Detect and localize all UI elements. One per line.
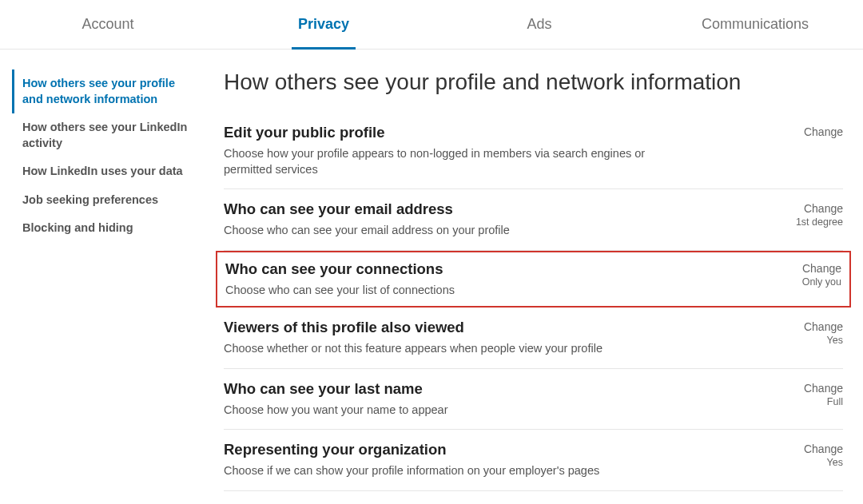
change-link[interactable]: Change <box>804 382 843 395</box>
setting-action: Change 1st degree <box>796 200 843 228</box>
setting-desc: Choose how your profile appears to non-l… <box>224 146 671 177</box>
setting-desc: Choose how you want your name to appear <box>224 403 448 419</box>
setting-visibility-off-linkedin[interactable]: Profile visibility off LinkedIn Choose h… <box>224 491 843 504</box>
setting-title: Edit your public profile <box>224 124 671 141</box>
sidebar-item-blocking[interactable]: Blocking and hiding <box>12 214 200 243</box>
setting-action: Change Yes <box>804 441 843 468</box>
setting-value: 1st degree <box>796 216 843 228</box>
tab-account[interactable]: Account <box>0 16 216 49</box>
setting-public-profile[interactable]: Edit your public profile Choose how your… <box>224 113 843 189</box>
setting-title: Representing your organization <box>224 441 599 458</box>
setting-text: Who can see your last name Choose how yo… <box>224 380 448 419</box>
sidebar-item-activity[interactable]: How others see your LinkedIn activity <box>12 113 200 157</box>
setting-action: Change Full <box>804 380 843 407</box>
setting-action: Change Yes <box>804 319 843 346</box>
setting-last-name[interactable]: Who can see your last name Choose how yo… <box>224 369 843 431</box>
setting-connections-visibility[interactable]: Who can see your connections Choose who … <box>216 251 851 308</box>
tab-ads[interactable]: Ads <box>432 16 647 49</box>
settings-tabs: Account Privacy Ads Communications <box>0 0 863 50</box>
setting-desc: Choose whether or not this feature appea… <box>224 341 603 357</box>
change-link[interactable]: Change <box>804 125 843 138</box>
tab-communications[interactable]: Communications <box>647 16 863 49</box>
setting-title: Who can see your email address <box>224 200 510 218</box>
setting-value: Yes <box>804 457 843 468</box>
setting-action: Change Only you <box>802 260 843 288</box>
setting-viewers-also-viewed[interactable]: Viewers of this profile also viewed Choo… <box>224 308 843 369</box>
setting-desc: Choose who can see your list of connecti… <box>225 283 455 299</box>
sidebar: How others see your profile and network … <box>0 69 208 504</box>
setting-text: Who can see your email address Choose wh… <box>224 200 510 239</box>
page-title: How others see your profile and network … <box>224 69 843 95</box>
setting-value: Yes <box>804 335 843 346</box>
setting-desc: Choose if we can show your profile infor… <box>224 463 599 479</box>
setting-title: Who can see your connections <box>225 260 455 278</box>
sidebar-item-uses-data[interactable]: How LinkedIn uses your data <box>12 157 200 186</box>
change-link[interactable]: Change <box>804 320 843 333</box>
tab-privacy[interactable]: Privacy <box>216 16 432 49</box>
setting-title: Who can see your last name <box>224 380 448 398</box>
setting-value: Only you <box>802 276 841 288</box>
setting-action: Change <box>804 124 843 138</box>
setting-title: Viewers of this profile also viewed <box>224 319 603 336</box>
main-panel: How others see your profile and network … <box>208 69 863 504</box>
setting-text: Who can see your connections Choose who … <box>224 260 455 299</box>
sidebar-item-profile-network[interactable]: How others see your profile and network … <box>12 69 200 113</box>
setting-value: Full <box>804 396 843 407</box>
content-wrapper: How others see your profile and network … <box>0 50 863 504</box>
setting-desc: Choose who can see your email address on… <box>224 223 510 239</box>
setting-text: Edit your public profile Choose how your… <box>224 124 671 177</box>
change-link[interactable]: Change <box>796 202 843 215</box>
change-link[interactable]: Change <box>802 262 841 275</box>
setting-text: Viewers of this profile also viewed Choo… <box>224 319 603 357</box>
setting-email-visibility[interactable]: Who can see your email address Choose wh… <box>224 189 843 251</box>
sidebar-item-job-seeking[interactable]: Job seeking preferences <box>12 186 200 215</box>
setting-representing-org[interactable]: Representing your organization Choose if… <box>224 430 843 491</box>
change-link[interactable]: Change <box>804 442 843 455</box>
setting-text: Representing your organization Choose if… <box>224 441 599 479</box>
